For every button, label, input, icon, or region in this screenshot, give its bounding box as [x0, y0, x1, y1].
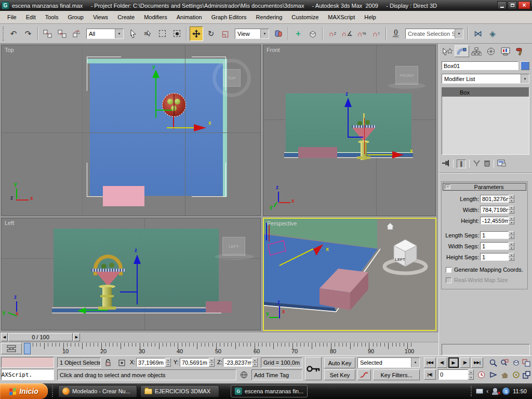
length-segs-field[interactable]: 1 — [480, 231, 509, 239]
tab-create[interactable] — [440, 45, 455, 57]
fountain-bowl[interactable] — [352, 128, 375, 141]
key-mode-dropdown[interactable]: Selected ▼ — [357, 357, 420, 368]
key-filters-button[interactable]: Key Filters... — [373, 369, 420, 380]
height-segs-field[interactable]: 1 — [480, 253, 509, 261]
frame-spinner[interactable]: ▲▼ — [468, 369, 474, 380]
select-object-button[interactable] — [126, 26, 140, 41]
snap-toggle-button[interactable]: ∩2 — [326, 26, 339, 41]
y-coord-field[interactable]: 70,5691m — [180, 358, 209, 367]
use-center-button[interactable] — [272, 26, 285, 41]
spinner-snap-button[interactable]: ∩↕ — [369, 26, 383, 41]
menu-rendering[interactable]: Rendering — [252, 12, 287, 22]
width-field[interactable]: 784,7198m — [480, 206, 509, 214]
time-slider-prev-button[interactable]: ◀ — [1, 333, 8, 341]
select-and-scale-button[interactable]: ◱ — [219, 26, 232, 41]
absolute-offset-toggle[interactable] — [116, 357, 127, 368]
gizmo-xy-handle[interactable] — [155, 110, 172, 111]
quick-launch-divider[interactable] — [52, 385, 55, 397]
auto-key-button[interactable]: Auto Key — [324, 357, 355, 368]
remove-modifier-button[interactable] — [484, 159, 490, 168]
height-field[interactable]: -12,4559m — [480, 217, 509, 224]
task-firefox[interactable]: Modelado - Crear Nu... — [58, 385, 137, 397]
z-coord-spinner[interactable]: ▲▼ — [252, 358, 258, 367]
basket-bowl[interactable] — [96, 272, 121, 286]
tab-motion[interactable] — [484, 45, 498, 57]
gizmo-z-axis[interactable] — [348, 107, 349, 138]
go-to-start-button[interactable]: |◀◀ — [424, 357, 436, 368]
start-button[interactable]: Inicio — [0, 383, 48, 399]
x-coord-field[interactable]: 37,1969m — [136, 358, 165, 367]
selection-lock-button[interactable] — [103, 357, 113, 368]
bind-to-spacewarp-button[interactable] — [70, 26, 84, 41]
mini-curve-editor-button[interactable] — [1, 343, 22, 354]
length-segs-spinner[interactable]: ▲▼ — [509, 231, 514, 239]
menu-help[interactable]: Help — [360, 12, 380, 22]
select-and-manipulate-button[interactable]: + — [291, 26, 305, 41]
gizmo-z-arrowhead[interactable] — [344, 98, 352, 107]
width-segs-field[interactable]: 1 — [480, 242, 509, 250]
tab-hierarchy[interactable] — [469, 45, 484, 57]
viewcube[interactable]: FRONT — [395, 66, 418, 85]
task-folder[interactable]: EJERCICIOS 3DMAX — [140, 385, 219, 397]
current-frame-field[interactable]: 0 — [438, 369, 468, 380]
zoom-extents-all-button[interactable] — [521, 357, 532, 368]
viewcube[interactable]: LEFT — [222, 237, 245, 256]
width-spinner[interactable]: ▲▼ — [509, 206, 514, 214]
length-field[interactable]: 801,3276m — [480, 195, 509, 203]
named-selection-set-dropdown[interactable]: Create Selection Set ▼ — [405, 29, 463, 39]
viewcube-home-icon[interactable] — [387, 223, 394, 230]
zoom-all-button[interactable] — [499, 357, 510, 368]
minimize-button[interactable] — [497, 1, 507, 9]
gizmo-x-arrowhead[interactable] — [392, 151, 404, 158]
basket-rim[interactable] — [91, 269, 125, 272]
mirror-button[interactable]: ⋈ — [471, 26, 485, 41]
perspective-scene[interactable]: x LEFT z x y — [264, 219, 435, 330]
zoom-button[interactable] — [487, 357, 499, 368]
modifier-list-dropdown[interactable]: Modifier List ▼ — [442, 74, 529, 84]
menu-tools[interactable]: Tools — [41, 12, 63, 22]
unlink-button[interactable] — [56, 26, 69, 41]
track-bar[interactable]: 0 10 20 30 40 50 60 70 80 90 100 — [0, 342, 438, 355]
make-unique-button[interactable] — [473, 159, 481, 168]
tray-app-icon[interactable]: a — [502, 388, 510, 395]
tab-modify[interactable] — [455, 45, 469, 57]
maxscript-listener-field[interactable]: MAXScript. — [1, 369, 54, 380]
selection-filter-dropdown[interactable]: All ▼ — [86, 29, 124, 39]
fountain-rim[interactable] — [352, 125, 376, 128]
next-frame-button[interactable]: |▶ — [460, 357, 470, 368]
set-key-button[interactable]: Set Key — [324, 369, 355, 380]
height-segs-spinner[interactable]: ▲▼ — [509, 253, 514, 261]
modifier-stack[interactable]: Box — [442, 87, 529, 155]
width-segs-spinner[interactable]: ▲▼ — [509, 242, 514, 250]
play-button[interactable]: ▶ — [448, 357, 459, 368]
gizmo-zy-handle[interactable] — [120, 291, 138, 292]
viewport-perspective[interactable]: Perspective x — [263, 218, 436, 331]
apple-object[interactable] — [162, 93, 186, 117]
time-slider-next-button[interactable]: ▶ — [73, 333, 80, 341]
select-and-move-button[interactable] — [190, 26, 203, 41]
configure-modifier-sets-button[interactable] — [497, 159, 506, 168]
pin-stack-button[interactable] — [442, 159, 450, 168]
menu-file[interactable]: File — [3, 12, 21, 22]
real-world-checkbox[interactable] — [446, 277, 451, 283]
pink-box-front-view[interactable] — [298, 147, 337, 158]
tab-utilities[interactable] — [513, 45, 527, 57]
menu-graph-editors[interactable]: Graph Editors — [207, 12, 251, 22]
menu-views[interactable]: Views — [89, 12, 112, 22]
select-by-name-button[interactable]: ≡ — [141, 26, 154, 41]
arc-rotate-button[interactable] — [510, 369, 522, 380]
viewport-top[interactable]: Top — [1, 45, 261, 216]
toolbar-grip[interactable] — [3, 26, 5, 41]
menu-customize[interactable]: Customize — [287, 12, 323, 22]
pink-box-top-view[interactable] — [103, 186, 144, 206]
pink-box-left-view[interactable] — [206, 301, 232, 313]
redo-button[interactable]: ↷ — [21, 26, 35, 41]
reference-coordinate-dropdown[interactable]: View ▼ — [235, 29, 269, 39]
height-spinner[interactable]: ▲▼ — [509, 217, 514, 224]
gizmo-z-axis[interactable] — [137, 264, 138, 304]
zoom-extents-button[interactable] — [510, 357, 522, 368]
set-keys-button[interactable] — [305, 357, 322, 380]
z-coord-field[interactable]: -23,8237m — [223, 358, 252, 367]
restore-button[interactable] — [508, 1, 517, 9]
select-and-rotate-button[interactable]: ↻ — [204, 26, 218, 41]
